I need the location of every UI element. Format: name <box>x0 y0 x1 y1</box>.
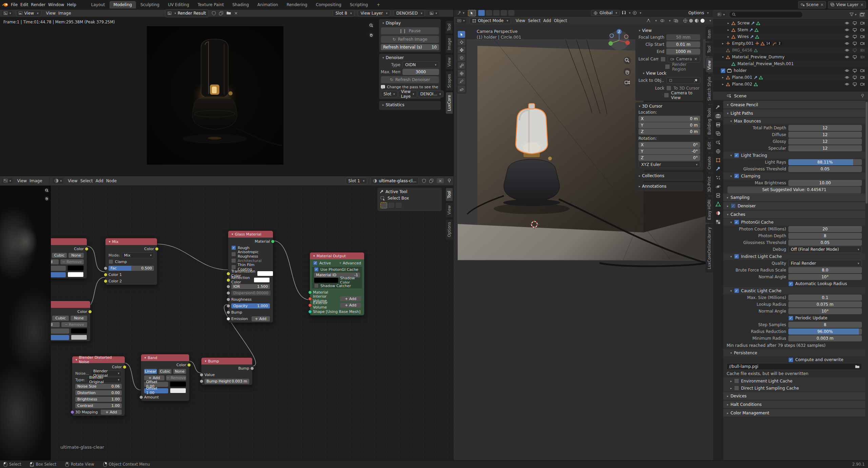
expand-arrow[interactable]: ▸ <box>727 28 730 32</box>
disable-viewports-toggle[interactable] <box>853 42 857 45</box>
properties-tab-constraints[interactable] <box>714 191 723 200</box>
tool-transform[interactable] <box>458 70 465 77</box>
denoiser-slot-dropdown[interactable]: Slot▾ <box>381 91 398 97</box>
option-cubic[interactable]: Cubic <box>52 253 67 258</box>
subpanel-checkbox[interactable]: ✓ <box>734 153 739 158</box>
clear-camera-icon[interactable]: × <box>694 57 697 61</box>
new-collection-button[interactable] <box>859 12 865 17</box>
socket-in[interactable] <box>104 279 107 283</box>
node-band-partial-top[interactable]: ▾ColorLinearCubicNone+ Add− Remove0.001.… <box>51 238 87 279</box>
prop-field-max-brightness[interactable]: 10.00 <box>788 180 862 186</box>
node-field-distortion[interactable]: Distortion0.00 <box>75 390 122 395</box>
hide-viewport-toggle[interactable] <box>845 55 849 59</box>
socket-out[interactable] <box>187 363 191 367</box>
properties-tab-texture[interactable] <box>714 218 723 226</box>
remove-button[interactable]: − Remove <box>166 375 186 380</box>
scene-unlink-icon[interactable]: × <box>820 2 824 7</box>
workspace-tab-animation[interactable]: Animation <box>253 1 282 8</box>
node-header[interactable]: ▾Mix <box>105 238 157 245</box>
camera-to-view-checkbox[interactable] <box>664 93 669 98</box>
viewport-tab-tool[interactable]: Tool <box>706 42 713 56</box>
eyedropper-icon[interactable] <box>694 79 697 82</box>
view-layer-selector[interactable]: View Layer × <box>828 1 866 8</box>
disable-viewports-toggle[interactable] <box>853 49 857 52</box>
properties-tab-output[interactable] <box>714 121 723 129</box>
disable-viewports-toggle[interactable] <box>853 69 857 73</box>
workspace-tab-rendering[interactable]: Rendering <box>282 1 311 8</box>
socket-in[interactable] <box>308 303 312 307</box>
editor-type-dropdown[interactable]: ▾ <box>2 11 13 16</box>
panel-sampling[interactable]: ▸Sampling <box>723 193 865 202</box>
select-mode-subtract-button[interactable] <box>395 202 402 208</box>
prop-checkbox-compute-and-overwrite[interactable]: ✓ <box>788 357 793 362</box>
color-swatch[interactable] <box>67 272 84 277</box>
node-field-contrast[interactable]: Contrast1.00 <box>75 403 122 408</box>
viewport-tab-create[interactable]: Create <box>706 153 713 172</box>
socket-in[interactable] <box>226 298 230 301</box>
active-checkbox[interactable]: ✓ <box>313 261 318 265</box>
select-mode-extend-button[interactable] <box>388 202 395 208</box>
menu-edit[interactable]: Edit <box>19 2 29 8</box>
prop-field-brute-force-radius-scale[interactable]: 8.0 <box>788 267 862 273</box>
properties-tab-tool[interactable] <box>714 103 723 111</box>
prop-field-normal-angle[interactable]: 10° <box>788 308 862 314</box>
pin-icon[interactable] <box>861 94 865 98</box>
color-swatch[interactable] <box>257 271 273 276</box>
cursor-rx-field[interactable]: X0° <box>638 142 700 148</box>
node-material-output[interactable]: ▾Material Output✓Active▾Advanced✓Use Pho… <box>310 252 364 316</box>
material-datablock[interactable]: ultimate-glass-cl... <box>371 177 419 185</box>
add-button[interactable]: + Add <box>51 259 59 264</box>
pass-dropdown[interactable]: DENOISED▾ <box>394 10 425 17</box>
subpanel-direct-light-sampling-cache[interactable]: ▸Direct Light Sampling Cache <box>723 385 865 392</box>
left-editor-type-dropdown[interactable]: ▾ <box>2 178 13 183</box>
cursor-rz-field[interactable]: Z0° <box>638 155 700 161</box>
prop-field-normal-angle[interactable]: 10° <box>788 274 862 280</box>
outliner-row-empty-001[interactable]: ▸Empty.001142 <box>713 40 868 47</box>
pause-button[interactable]: ❙❙Pause <box>381 27 439 35</box>
prop-slider-radius-reduction[interactable]: 96.00% <box>788 329 862 335</box>
socket-out[interactable] <box>88 310 92 314</box>
viewport-menu-select[interactable]: Select <box>527 18 542 24</box>
prop-dropdown-debug[interactable]: Off (Final Render Mode)▾ <box>788 246 862 253</box>
color-swatch[interactable] <box>71 335 87 340</box>
display-channels-dropdown[interactable]: ▾ <box>428 11 438 16</box>
disable-render-toggle[interactable] <box>860 28 865 32</box>
texture-pan-gizmo-icon[interactable] <box>44 196 50 202</box>
copy-icon[interactable] <box>429 179 433 183</box>
image-mode-dropdown[interactable]: View▾ <box>16 10 41 17</box>
disable-render-toggle[interactable] <box>860 35 865 39</box>
subpanel-light-tracing[interactable]: ▾✓Light Tracing <box>723 152 865 159</box>
lock-to-3d-cursor-checkbox[interactable] <box>666 86 671 91</box>
left-image-menu-image[interactable]: Image <box>28 178 44 184</box>
properties-tab-scene[interactable] <box>714 138 723 147</box>
outliner-row-wires[interactable]: ▸Wires <box>713 33 868 40</box>
rotation-mode-dropdown[interactable]: XYZ Euler▾ <box>638 161 700 168</box>
remove-button[interactable]: − Remove <box>61 322 87 327</box>
denoiser-panel-header[interactable]: ▾Denoiser <box>381 55 439 61</box>
panel-devices[interactable]: ▸Devices <box>723 392 865 400</box>
subpanel-clamping[interactable]: ▾✓Clamping <box>723 172 865 180</box>
option-none[interactable]: None <box>68 253 84 258</box>
layer-dropdown[interactable]: View Layer▾ <box>358 10 390 17</box>
workspace-tab-shading[interactable]: Shading <box>228 1 253 8</box>
color-swatch[interactable] <box>314 278 338 283</box>
node-menu-view[interactable]: View <box>66 178 79 184</box>
hide-viewport-toggle[interactable] <box>845 42 849 45</box>
node-field-noise-size[interactable]: Noise Size0.06 <box>75 384 122 389</box>
unlink-material-icon[interactable]: × <box>437 178 444 183</box>
workspace-tab-compositing[interactable]: Compositing <box>312 1 345 8</box>
proportional-editing-icon[interactable] <box>633 11 637 15</box>
panel-caches[interactable]: ▾Caches <box>723 210 865 219</box>
shield-icon[interactable] <box>422 179 426 183</box>
prop-field-glossy[interactable]: 12 <box>788 138 862 145</box>
browse-folder-icon[interactable] <box>226 11 231 15</box>
option-linear[interactable]: Linear <box>144 369 157 374</box>
prop-checkbox-periodic-update[interactable]: ✓ <box>788 316 793 321</box>
add-button[interactable]: + Add <box>51 322 60 327</box>
tool-annotate[interactable] <box>458 78 465 85</box>
workspace-tab-sculpting[interactable]: Sculpting <box>136 1 163 8</box>
denoiser-layer-dropdown[interactable]: View Laye▾ <box>398 91 417 97</box>
viewport-tab-edit[interactable]: Edit <box>706 139 713 152</box>
color-swatch[interactable] <box>254 277 270 283</box>
node-header[interactable]: ▾ <box>51 238 87 245</box>
